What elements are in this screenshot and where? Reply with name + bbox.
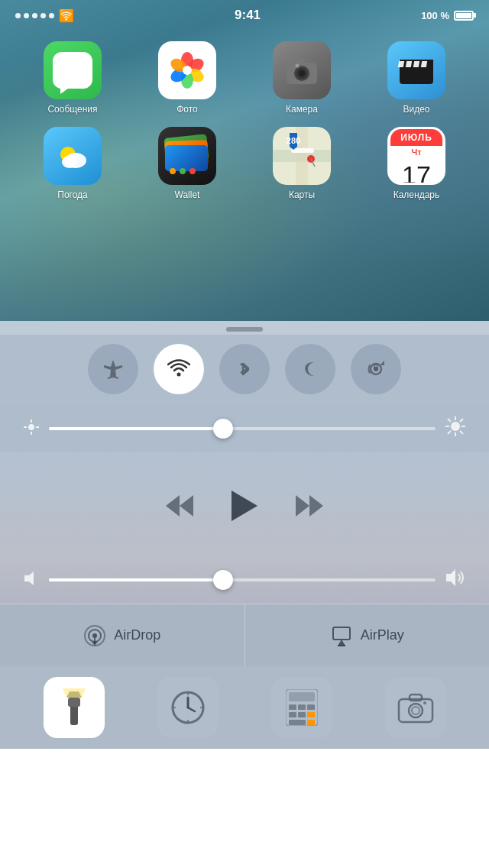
rotation-toggle[interactable] — [351, 344, 401, 394]
svg-rect-77 — [307, 712, 315, 717]
weather-icon — [44, 127, 102, 185]
camera-label: Камера — [286, 104, 318, 115]
battery-percentage: 100 % — [421, 10, 449, 21]
play-icon — [232, 491, 257, 521]
videos-icon — [387, 41, 445, 99]
videos-label: Видео — [403, 104, 429, 115]
wifi-toggle-icon — [167, 358, 190, 381]
weather-label: Погода — [57, 189, 88, 200]
brightness-row — [0, 405, 489, 452]
cc-handle[interactable] — [0, 321, 489, 335]
flashlight-shortcut[interactable] — [44, 677, 105, 738]
photos-icon — [158, 41, 216, 99]
airplay-icon — [330, 624, 353, 647]
svg-rect-79 — [307, 720, 315, 725]
svg-rect-19 — [400, 60, 433, 61]
brightness-fill — [49, 427, 223, 430]
calendar-header: ИЮЛЬ — [390, 129, 442, 146]
ff-tri-2 — [309, 495, 323, 517]
airdrop-label: AirDrop — [114, 627, 160, 643]
control-center: AirDrop AirPlay — [0, 321, 489, 749]
svg-line-47 — [448, 431, 451, 434]
camera-shortcut-icon — [397, 691, 434, 724]
app-maps[interactable]: 280 Карты — [244, 121, 359, 206]
camera-shortcut[interactable] — [385, 677, 446, 738]
calculator-shortcut[interactable] — [271, 677, 332, 738]
svg-line-65 — [188, 708, 195, 711]
volume-track[interactable] — [49, 578, 436, 581]
svg-marker-49 — [24, 572, 34, 585]
camera-icon — [273, 41, 331, 99]
signal-dot-1 — [15, 13, 21, 18]
airdrop-button[interactable]: AirDrop — [0, 604, 245, 666]
wallet-icon — [158, 127, 216, 185]
flashlight-icon — [59, 688, 89, 727]
app-wallet[interactable]: Wallet — [130, 121, 244, 206]
signal-dots — [15, 13, 54, 18]
forward-button[interactable] — [296, 495, 323, 517]
svg-rect-60 — [68, 698, 80, 707]
wifi-toggle[interactable] — [154, 344, 204, 394]
app-camera[interactable]: Камера — [244, 35, 359, 121]
videos-svg — [395, 49, 438, 92]
svg-point-31 — [177, 373, 181, 377]
svg-rect-80 — [399, 699, 432, 722]
play-button[interactable] — [232, 491, 257, 521]
photos-pinwheel-svg — [167, 50, 208, 91]
svg-rect-78 — [289, 720, 306, 725]
maps-label: Карты — [289, 189, 315, 200]
svg-text:280: 280 — [287, 136, 300, 145]
airplane-toggle[interactable] — [88, 344, 138, 394]
shortcuts-row — [0, 666, 489, 749]
camera-svg — [280, 49, 323, 92]
svg-marker-50 — [446, 569, 455, 586]
airplane-icon — [102, 358, 125, 381]
brightness-track[interactable] — [49, 427, 436, 430]
signal-dot-5 — [49, 13, 54, 18]
airplay-button[interactable]: AirPlay — [245, 604, 490, 666]
signal-dot-3 — [32, 13, 37, 18]
app-photos[interactable]: Фото — [130, 35, 244, 121]
svg-rect-8 — [294, 58, 305, 64]
app-weather[interactable]: Погода — [15, 121, 130, 206]
volume-thumb — [213, 570, 233, 590]
wallet-cards — [164, 133, 211, 179]
media-controls — [166, 491, 323, 521]
calendar-content: ИЮЛЬ Чт 17 — [390, 129, 442, 183]
svg-point-6 — [183, 66, 192, 75]
volume-low-icon — [23, 570, 40, 591]
rewind-button[interactable] — [166, 495, 193, 517]
svg-rect-34 — [374, 367, 378, 371]
photos-label: Фото — [176, 104, 198, 115]
donotdisturb-toggle[interactable] — [285, 344, 335, 394]
svg-rect-56 — [333, 627, 350, 640]
svg-point-83 — [412, 707, 419, 714]
air-row: AirDrop AirPlay — [0, 604, 489, 666]
rewind-tri-2 — [180, 495, 193, 517]
svg-rect-76 — [298, 712, 306, 717]
maps-icon: 280 — [273, 127, 331, 185]
app-calendar[interactable]: ИЮЛЬ Чт 17 Календарь — [359, 121, 474, 206]
svg-marker-62 — [63, 688, 86, 698]
svg-point-40 — [451, 422, 460, 431]
calendar-day: Чт — [390, 146, 442, 158]
svg-rect-26 — [291, 148, 314, 153]
svg-rect-75 — [289, 712, 296, 717]
volume-fill — [49, 578, 223, 581]
svg-rect-59 — [70, 704, 78, 725]
brightness-high-icon — [445, 416, 466, 442]
bluetooth-toggle[interactable] — [219, 344, 270, 394]
battery-icon — [454, 11, 474, 21]
media-player — [0, 452, 489, 559]
app-messages[interactable]: Сообщения — [15, 35, 130, 121]
status-right: 100 % — [421, 10, 474, 21]
calendar-icon: ИЮЛЬ Чт 17 — [387, 127, 445, 185]
wifi-icon: 🛜 — [59, 8, 74, 23]
clock-shortcut[interactable] — [157, 677, 219, 738]
moon-icon — [299, 358, 322, 381]
status-left: 🛜 — [15, 8, 74, 23]
svg-point-82 — [409, 704, 423, 717]
app-videos[interactable]: Видео — [359, 35, 474, 121]
ff-tri-1 — [296, 495, 309, 517]
calendar-label: Календарь — [393, 189, 440, 200]
